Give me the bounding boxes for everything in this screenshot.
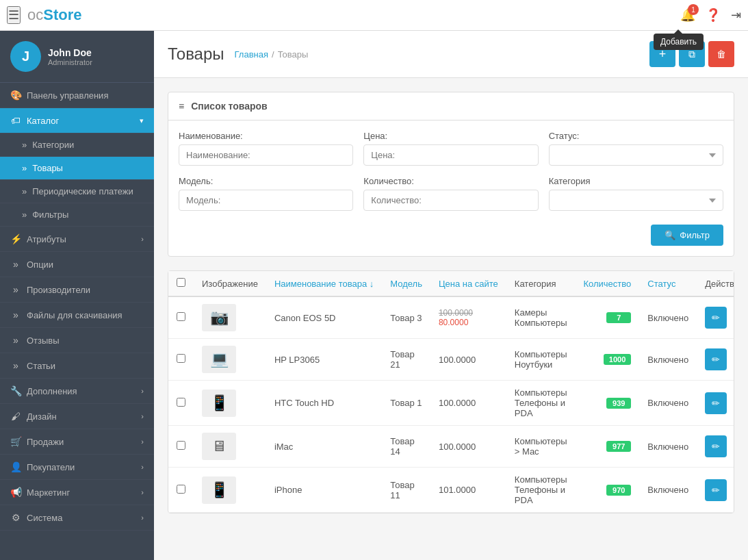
th-select-all[interactable] [168,271,194,296]
th-status[interactable]: Статус [639,271,697,296]
filter-card-header: ≡ Список товаров [168,92,734,120]
th-model[interactable]: Модель [382,271,430,296]
delete-product-button[interactable]: 🗑 [708,41,734,67]
user-profile: J John Doe Administrator [0,31,154,83]
sidebar-item-label: Система [27,513,62,523]
row-checkbox[interactable] [177,354,185,363]
page-title-area: Товары Главная / Товары [168,44,308,64]
filter-model-group: Модель: [179,176,353,211]
sidebar-item-extensions[interactable]: 🔧 Дополнения › [0,379,154,404]
edit-product-button[interactable]: ✏ [705,479,727,501]
system-icon: ⚙ [10,512,21,523]
sidebar-item-filters[interactable]: » Фильтры [0,203,154,227]
marketing-icon: 📢 [10,487,21,498]
product-status-cell: Включено [639,426,697,468]
sidebar-item-dashboard[interactable]: 🎨 Панель управления [0,83,154,108]
sidebar-item-attributes[interactable]: ⚡ Атрибуты › [0,227,154,252]
chevron-right-icon: » [22,209,27,220]
edit-product-button[interactable]: ✏ [705,307,727,329]
sidebar-item-label: Панель управления [27,90,108,101]
sidebar-item-reviews[interactable]: » Отзывы [0,328,154,353]
filter-card-body: Наименование: Цена: Статус: Включено [168,120,734,256]
filter-qty-input[interactable] [363,190,538,211]
reviews-icon: » [10,335,21,346]
qty-badge: 7 [606,312,631,323]
avatar: J [10,41,41,72]
filter-status-select[interactable]: Включено Выключено [549,144,723,166]
sidebar-item-articles[interactable]: » Статьи [0,353,154,379]
filter-button-label: Фильтр [680,230,710,240]
edit-product-button[interactable]: ✏ [705,435,727,457]
sidebar-item-label: Периодические платежи [32,186,133,196]
hamburger-button[interactable]: ☰ [7,6,21,24]
sidebar-item-manufacturers[interactable]: » Производители [0,277,154,303]
customers-icon: 👤 [10,461,21,472]
breadcrumb-home[interactable]: Главная [235,49,268,60]
sales-icon: 🛒 [10,436,21,447]
filter-qty-label: Количество: [363,176,538,186]
th-qty[interactable]: Количество [575,271,639,296]
help-button[interactable]: ❓ [706,8,721,23]
content-area: ≡ Список товаров Наименование: Цена: [154,78,748,541]
price-original: 100.0000 [439,308,498,318]
sidebar-item-options[interactable]: » Опции [0,252,154,277]
filter-button[interactable]: 🔍 Фильтр [651,225,723,246]
product-category-cell: КамерыКомпьютеры [506,296,576,339]
product-image-cell: 💻 [194,339,266,381]
row-checkbox[interactable] [177,312,185,321]
product-qty-cell: 970 [575,468,639,513]
product-status-cell: Включено [639,339,697,381]
sidebar-item-customers[interactable]: 👤 Покупатели › [0,455,154,480]
product-qty-cell: 939 [575,381,639,426]
edit-product-button[interactable]: ✏ [705,392,727,414]
sidebar-item-sales[interactable]: 🛒 Продажи › [0,429,154,455]
notification-badge: 1 [688,4,699,15]
notification-button[interactable]: 🔔 1 [680,8,695,23]
sidebar-item-downloads[interactable]: » Файлы для скачивания [0,303,154,328]
product-image-cell: 🖥 [194,426,266,468]
chevron-right-icon: › [141,488,144,496]
sidebar-item-marketing[interactable]: 📢 Маркетинг › [0,480,154,505]
page-title: Товары [168,44,224,64]
price-sale: 80.0000 [439,318,498,327]
filter-price-input[interactable] [363,144,538,166]
filter-card-title: Список товаров [191,101,268,112]
sidebar-item-system[interactable]: ⚙ Система › [0,505,154,531]
edit-product-button[interactable]: ✏ [705,348,727,370]
row-checkbox[interactable] [177,485,185,494]
row-checkbox[interactable] [177,398,185,407]
filter-category-select[interactable]: Компьютеры Камеры Ноутбуки [549,190,723,211]
product-action-cell: ✏ [697,339,734,381]
sidebar-item-design[interactable]: 🖌 Дизайн › [0,404,154,429]
articles-icon: » [10,360,21,371]
filter-name-input[interactable] [179,144,353,166]
chevron-right-icon: › [141,437,144,446]
row-checkbox-cell [168,339,194,381]
downloads-icon: » [10,309,21,320]
row-checkbox[interactable] [177,441,185,450]
logo: oc Store [27,6,82,24]
product-qty-cell: 977 [575,426,639,468]
sidebar-item-recurring[interactable]: » Периодические платежи [0,180,154,203]
products-table: Изображение Наименование товара ↓ Модель… [168,271,734,513]
sidebar-item-catalog[interactable]: 🏷 Каталог ▾ [0,108,154,133]
qty-badge: 1000 [604,354,631,365]
chevron-right-icon: » [22,186,27,196]
product-status-cell: Включено [639,468,697,513]
sidebar-item-products[interactable]: » Товары [0,157,154,180]
filter-row-2: Модель: Количество: Категория Компьютеры [179,176,723,211]
logout-button[interactable]: ⇥ [731,8,741,23]
select-all-checkbox[interactable] [177,278,185,287]
sidebar-item-categories[interactable]: » Категории [0,133,154,157]
product-category-cell: Компьютеры > Mac [506,426,576,468]
filter-model-input[interactable] [179,190,353,211]
th-name[interactable]: Наименование товара ↓ [266,271,382,296]
sidebar-item-label: Покупатели [27,462,75,472]
th-price[interactable]: Цена на сайте [430,271,506,296]
table-row: 📱iPhoneТовар 11101.0000КомпьютерыТелефон… [168,468,734,513]
layout: J John Doe Administrator 🎨 Панель управл… [0,31,748,560]
product-price-cell: 100.0000 [430,381,506,426]
chevron-right-icon: › [141,387,144,395]
sidebar-item-label: Дополнения [27,386,77,396]
sidebar-item-label: Категории [32,140,74,150]
